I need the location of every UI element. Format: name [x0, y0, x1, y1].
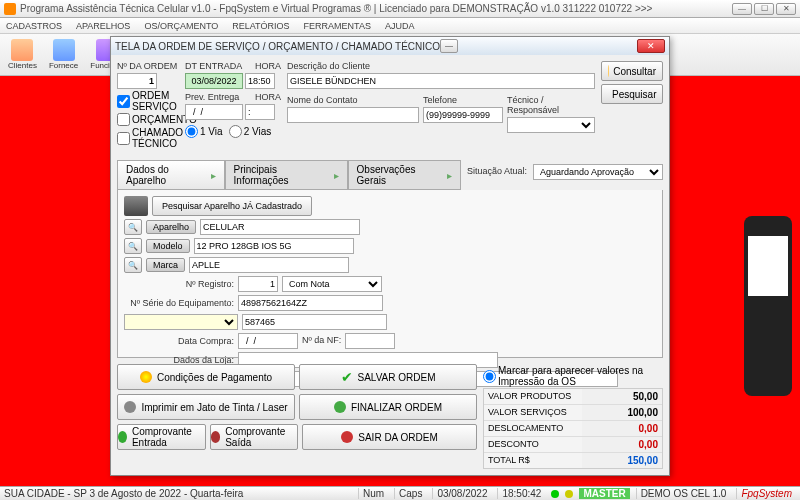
tab-dados-aparelho[interactable]: Dados do Aparelho▸	[117, 160, 225, 189]
status-caps: Caps	[394, 488, 426, 499]
finish-icon	[334, 401, 346, 413]
status-time: 18:50:42	[497, 488, 545, 499]
arrow-icon: ▸	[211, 170, 216, 181]
label-n-ordem: Nº DA ORDEM	[117, 61, 179, 71]
chk-chamado[interactable]: CHAMADO TÉCNICO	[117, 127, 179, 149]
order-dialog: TELA DA ORDEM DE SERVIÇO / ORÇAMENTO / C…	[110, 36, 670, 476]
menu-ajuda[interactable]: AJUDA	[385, 21, 415, 31]
radio-2vias[interactable]: 2 Vias	[229, 125, 272, 138]
toolbar-label: Fornece	[49, 61, 78, 70]
label-hora: HORA	[255, 61, 281, 71]
val-serv: 100,00	[582, 405, 662, 420]
lookup-icon[interactable]: 🔍	[124, 238, 142, 254]
window-maximize[interactable]: ☐	[754, 3, 774, 15]
supplier-icon	[53, 39, 75, 61]
input-cliente[interactable]	[287, 73, 595, 89]
radio-1via[interactable]: 1 Via	[185, 125, 223, 138]
input-prev-entrega[interactable]	[185, 104, 243, 120]
dialog-minimize[interactable]: —	[440, 39, 458, 53]
receipt-out-icon	[211, 431, 221, 443]
val-prod: 50,00	[582, 389, 662, 404]
lookup-icon[interactable]: 🔍	[124, 257, 142, 273]
window-title: Programa Assistência Técnica Celular v1.…	[20, 3, 652, 14]
label-hora2: HORA	[255, 92, 281, 102]
status-led-2	[565, 490, 573, 498]
menu-os[interactable]: OS/ORÇAMENTO	[144, 21, 218, 31]
select-tecnico[interactable]	[507, 117, 595, 133]
chk-orcamento[interactable]: ORÇAMENTO	[117, 113, 179, 126]
input-extra[interactable]	[242, 314, 387, 330]
btn-pesq-aparelho[interactable]: Pesquisar Aparelho JÁ Cadastrado	[152, 196, 312, 216]
dialog-close[interactable]: ✕	[637, 39, 665, 53]
menu-relatorios[interactable]: RELATÓRIOS	[232, 21, 289, 31]
select-situacao[interactable]: Aguardando Aprovação	[533, 164, 663, 180]
menu-ferramentas[interactable]: FERRAMENTAS	[304, 21, 371, 31]
lookup-icon[interactable]: 🔍	[124, 219, 142, 235]
toolbar-label: Clientes	[8, 61, 37, 70]
printer-icon	[124, 401, 136, 413]
label-val-desl: DESLOCAMENTO	[484, 421, 582, 436]
dialog-titlebar: TELA DA ORDEM DE SERVIÇO / ORÇAMENTO / C…	[111, 37, 669, 55]
btn-consultar[interactable]: Consultar	[601, 61, 663, 81]
btn-salvar[interactable]: ✔SALVAR ORDEM	[299, 364, 477, 390]
input-modelo[interactable]	[194, 238, 354, 254]
btn-finalizar[interactable]: FINALIZAR ORDEM	[299, 394, 477, 420]
arrow-icon: ▸	[447, 170, 452, 181]
input-hora2[interactable]	[245, 104, 275, 120]
select-com-nota[interactable]: Com Nota	[282, 276, 382, 292]
dialog-title: TELA DA ORDEM DE SERVIÇO / ORÇAMENTO / C…	[115, 41, 440, 52]
input-nf[interactable]	[345, 333, 395, 349]
label-val-serv: VALOR SERVIÇOS	[484, 405, 582, 420]
status-led-1	[551, 490, 559, 498]
input-registro[interactable]	[238, 276, 278, 292]
input-contato[interactable]	[287, 107, 419, 123]
menu-cadastros[interactable]: CADASTROS	[6, 21, 62, 31]
input-hora[interactable]	[245, 73, 275, 89]
val-desl: 0,00	[582, 421, 662, 436]
btn-comp-entrada[interactable]: Comprovante Entrada	[117, 424, 206, 450]
window-close[interactable]: ✕	[776, 3, 796, 15]
tab-principais[interactable]: Principais Informações▸	[225, 160, 348, 189]
input-aparelho[interactable]	[200, 219, 360, 235]
select-extra[interactable]	[124, 314, 238, 330]
people-icon	[11, 39, 33, 61]
status-date: 03/08/2022	[432, 488, 491, 499]
window-minimize[interactable]: —	[732, 3, 752, 15]
label-modelo: Modelo	[146, 239, 190, 253]
chk-imprimir-valores[interactable]: Marcar para aparecer valores na Impressã…	[483, 365, 663, 387]
label-situacao: Situação Atual:	[467, 166, 527, 176]
tab-panel-aparelho: Pesquisar Aparelho JÁ Cadastrado 🔍Aparel…	[117, 190, 663, 358]
val-desc: 0,00	[582, 437, 662, 452]
input-telefone[interactable]	[423, 107, 503, 123]
status-bar: SUA CIDADE - SP 3 de Agosto de 2022 - Qu…	[0, 486, 800, 500]
label-desc-cliente: Descrição do Cliente	[287, 61, 595, 71]
input-dt-entrada[interactable]	[185, 73, 243, 89]
receipt-in-icon	[118, 431, 127, 443]
label-registro: Nº Registro:	[124, 279, 234, 289]
status-brand: FpqSystem	[736, 488, 796, 499]
device-icon	[124, 196, 148, 216]
toolbar-fornece[interactable]: Fornece	[45, 37, 82, 72]
label-dt-entrada: DT ENTRADA	[185, 61, 253, 71]
input-marca[interactable]	[189, 257, 349, 273]
tab-observacoes[interactable]: Observações Gerais▸	[348, 160, 461, 189]
toolbar-clientes[interactable]: Clientes	[4, 37, 41, 72]
btn-pesquisar[interactable]: Pesquisar	[601, 84, 663, 104]
btn-cond-pag[interactable]: Condições de Pagamento	[117, 364, 295, 390]
label-aparelho: Aparelho	[146, 220, 196, 234]
input-serie[interactable]	[238, 295, 383, 311]
btn-sair[interactable]: SAIR DA ORDEM	[302, 424, 477, 450]
label-compra: Data Compra:	[124, 336, 234, 346]
btn-comp-saida[interactable]: Comprovante Saída	[210, 424, 299, 450]
label-telefone: Telefone	[423, 95, 503, 105]
label-prev-entrega: Prev. Entrega	[185, 92, 253, 102]
window-titlebar: Programa Assistência Técnica Celular v1.…	[0, 0, 800, 18]
chk-ordem-servico[interactable]: ORDEM SERVIÇO	[117, 90, 179, 112]
label-total: TOTAL R$	[484, 453, 582, 468]
label-serie: Nº Série do Equipamento:	[124, 298, 234, 308]
btn-imprimir[interactable]: Imprimir em Jato de Tinta / Laser	[117, 394, 295, 420]
label-marca: Marca	[146, 258, 185, 272]
menu-aparelhos[interactable]: APARELHOS	[76, 21, 130, 31]
input-data-compra[interactable]	[238, 333, 298, 349]
input-n-ordem[interactable]	[117, 73, 157, 89]
